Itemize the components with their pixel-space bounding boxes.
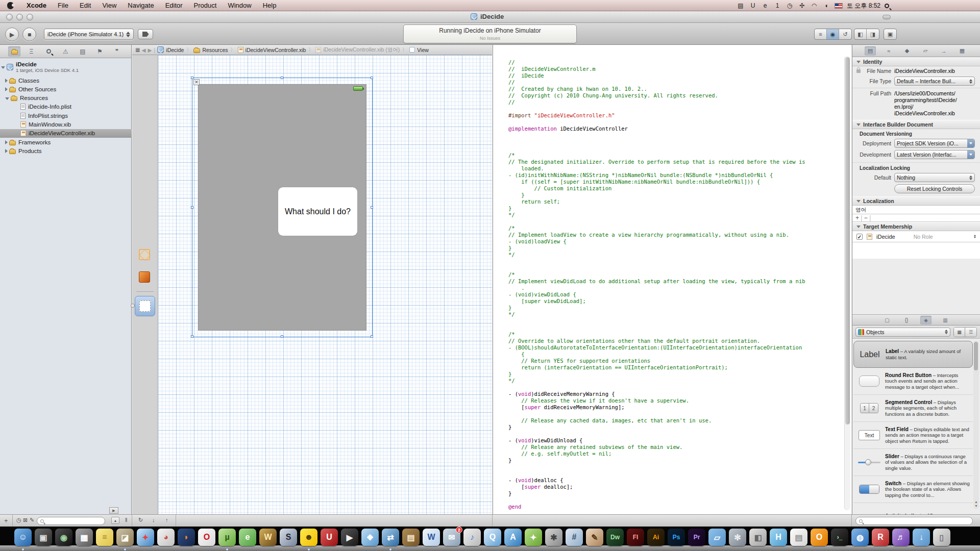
ib-document-section-header[interactable]: Interface Builder Document: [852, 120, 980, 129]
dock-design-app[interactable]: ✎: [586, 529, 603, 546]
dock-illustrator[interactable]: Ai: [647, 529, 665, 546]
size-inspector-tab[interactable]: ▦: [957, 46, 968, 56]
dock-safari[interactable]: ✦: [137, 529, 154, 546]
dock-opera[interactable]: O: [198, 529, 215, 546]
dock-photos-app[interactable]: ▣: [35, 529, 52, 546]
library-source-select[interactable]: Objects: [855, 328, 950, 337]
menu-navigate[interactable]: Navigate: [122, 0, 159, 11]
recent-files-filter-icon[interactable]: ◷: [16, 517, 21, 523]
sidebar-item-other-sources[interactable]: Other Sources: [0, 85, 132, 93]
sidebar-item-mainwindow-xib[interactable]: MainWindow.xib: [0, 120, 132, 129]
media-share-icon[interactable]: ▤: [737, 2, 745, 9]
push-icon[interactable]: ↑: [165, 517, 168, 523]
apple-menu-icon[interactable]: [7, 2, 14, 9]
development-select[interactable]: Latest Version (Interfac...: [894, 150, 975, 159]
minimize-window-button[interactable]: [16, 14, 23, 20]
resize-handle[interactable]: [191, 206, 193, 209]
dock-display-app[interactable]: ◧: [749, 529, 767, 546]
pause-icon[interactable]: ‖: [125, 517, 128, 523]
role-stepper-icon[interactable]: [974, 235, 976, 238]
toolbar-toggle-pill[interactable]: [883, 15, 891, 19]
dock-firefox[interactable]: ◗: [178, 529, 195, 546]
identity-inspector-tab[interactable]: ◆: [901, 46, 913, 56]
resize-handle[interactable]: [371, 206, 373, 209]
time-machine-icon[interactable]: ◷: [786, 2, 794, 9]
sidebar-item-infoplist-strings[interactable]: InfoPlist.strings: [0, 111, 132, 120]
unsaved-files-filter-icon[interactable]: ✎: [30, 517, 34, 523]
target-membership-checkbox[interactable]: ✓: [856, 234, 863, 240]
dock-red-app[interactable]: R: [872, 529, 889, 546]
run-button[interactable]: ▶: [5, 28, 19, 41]
sidebar-item-products[interactable]: Products: [0, 146, 132, 155]
dock-dashboard[interactable]: ◉: [55, 529, 72, 546]
menu-editor[interactable]: Editor: [160, 0, 188, 11]
forward-icon[interactable]: ▶: [148, 47, 152, 53]
dock-itunes[interactable]: ♪: [463, 529, 481, 546]
breakpoints-toggle-button[interactable]: [138, 29, 153, 39]
close-window-button[interactable]: [6, 14, 13, 20]
media-library-tab[interactable]: ▥: [940, 316, 951, 324]
default-locking-select[interactable]: Nothing: [894, 173, 975, 182]
volume-icon[interactable]: ◖: [822, 2, 830, 9]
dock-downloads-stack[interactable]: ↓: [913, 529, 930, 546]
reset-locking-controls-button[interactable]: Reset Locking Controls: [894, 184, 975, 193]
library-item-button[interactable]: Round Rect Button – Intercepts touch eve…: [853, 368, 973, 395]
scrollbar-arrows-icon[interactable]: ▲▼: [973, 500, 979, 508]
file-inspector-tab[interactable]: ▤: [865, 46, 876, 56]
connections-inspector-tab[interactable]: →: [938, 46, 949, 56]
library-item-textfield[interactable]: TextText Field – Displays editable text …: [853, 422, 973, 449]
deployment-select[interactable]: Project SDK Version (iO...: [894, 139, 975, 148]
wifi-icon[interactable]: ◠: [810, 2, 818, 9]
code-scrollbar-thumb[interactable]: [845, 57, 850, 424]
target-membership-section-header[interactable]: Target Membership: [852, 222, 980, 231]
resize-handle[interactable]: [371, 77, 373, 79]
list-view-icon[interactable]: ☰: [965, 328, 976, 337]
dock-stickies[interactable]: ≡: [96, 529, 113, 546]
dock-korean-app[interactable]: H: [770, 529, 787, 546]
dock-green-app[interactable]: ✦: [525, 529, 542, 546]
issue-navigator-tab[interactable]: ⚠: [60, 46, 72, 57]
breadcrumb-item[interactable]: View: [417, 47, 429, 53]
toggle-navigator-button[interactable]: ◧: [854, 29, 867, 39]
resize-handle[interactable]: [191, 335, 193, 338]
dock-applications-folder[interactable]: ▱: [708, 529, 726, 546]
library-item-label[interactable]: LabelLabel – A variably sized amount of …: [853, 341, 973, 368]
ib-canvas[interactable]: What should I do? ✕: [158, 55, 492, 514]
menu-product[interactable]: Product: [188, 0, 223, 11]
breakpoint-navigator-tab[interactable]: ⚑: [94, 46, 106, 57]
dock-app-store[interactable]: A: [504, 529, 522, 546]
dock-toggle-button[interactable]: ▲: [111, 517, 119, 524]
sidebar-item-idecideviewcontroller-xib[interactable]: iDecideViewController.xib: [0, 129, 132, 138]
sidebar-item-resources[interactable]: Resources: [0, 94, 132, 103]
dock-premiere[interactable]: Pr: [688, 529, 705, 546]
sidebar-item-idecide-info-plist[interactable]: iDecide-Info.plist: [0, 103, 132, 111]
menu-help[interactable]: Help: [257, 0, 282, 11]
files-owner-icon[interactable]: [139, 249, 150, 260]
search-navigator-tab[interactable]: [42, 46, 55, 57]
breadcrumb-item[interactable]: iDecideViewController.xib (영어): [323, 46, 400, 54]
resize-handle[interactable]: [371, 335, 373, 338]
code-snippet-library-tab[interactable]: {}: [901, 316, 912, 324]
dock-evernote[interactable]: e: [239, 529, 256, 546]
version-editor-button[interactable]: ↺: [839, 29, 851, 39]
dock-photoshop[interactable]: Ps: [668, 529, 685, 546]
dock-system-preferences[interactable]: ✻: [729, 529, 746, 546]
one-menu-icon[interactable]: 1: [773, 2, 781, 9]
library-scrollbar-thumb[interactable]: [974, 342, 978, 370]
menu-view[interactable]: View: [96, 0, 122, 11]
dock-teamviewer[interactable]: ⇄: [382, 529, 399, 546]
sidebar-item-project[interactable]: iDecide1 target, iOS Device SDK 4.1: [1, 60, 131, 74]
menu-window[interactable]: Window: [222, 0, 257, 11]
stop-button[interactable]: ■: [22, 28, 36, 41]
breadcrumb-item[interactable]: Resources: [202, 47, 228, 53]
first-responder-icon[interactable]: [139, 271, 150, 283]
dock-developer-app[interactable]: #: [566, 529, 583, 546]
object-library-tab[interactable]: ◈: [920, 316, 932, 324]
input-source-flag-icon[interactable]: [835, 3, 843, 9]
dock-terminal[interactable]: ›_: [831, 529, 848, 546]
dock-world-of-warcraft[interactable]: W: [259, 529, 277, 546]
dock-chrome[interactable]: ◕: [157, 529, 175, 546]
navigator-filter-field[interactable]: [37, 517, 105, 525]
zoom-window-button[interactable]: [27, 14, 33, 20]
refresh-icon[interactable]: ↻: [138, 517, 143, 523]
